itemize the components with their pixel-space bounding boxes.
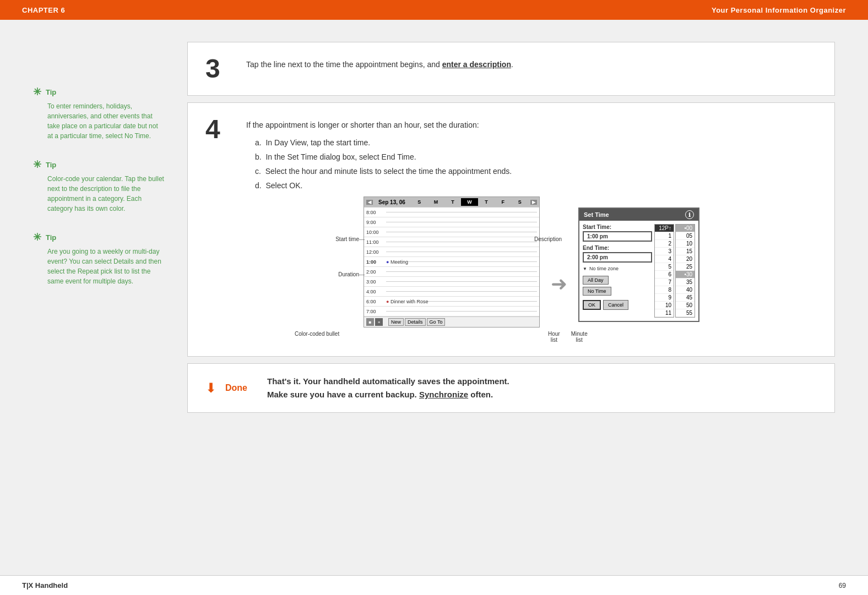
step-3-content: Tap the line next to the time the appoin…: [246, 56, 817, 78]
cal-day-f: F: [495, 198, 511, 206]
time-label-12: 12:00: [366, 249, 386, 255]
tip-block-1: ✳ Tip To enter reminders, holidays, anni…: [33, 86, 165, 141]
cal-toolbar: ■ ≡ New Details Go To: [364, 316, 539, 327]
dialog-info-icon[interactable]: ℹ: [685, 210, 694, 219]
step-4-content: If the appointment is longer or shorter …: [246, 116, 817, 343]
min-35[interactable]: 35: [676, 279, 695, 286]
tip-label-3: Tip: [46, 233, 56, 242]
bottom-labels: Color-coded bullet Hour list Minute list: [246, 331, 817, 343]
end-time-value[interactable]: 2:00 pm: [583, 252, 652, 263]
hour-2[interactable]: 2: [655, 240, 674, 248]
hour-12p[interactable]: 12P↑: [655, 225, 674, 232]
start-time-value[interactable]: 1:00 pm: [583, 231, 652, 242]
time-label-10: 10:00: [366, 230, 386, 235]
brand-tx: T|X: [22, 581, 33, 589]
cal-header: ◀ Sep 13, 06 S M T W T F: [364, 197, 539, 207]
step-4b: b. In the Set Time dialog box, select En…: [246, 152, 817, 161]
hour-6[interactable]: 6: [655, 271, 674, 279]
timezone-label: No time zone: [589, 266, 619, 271]
min-30[interactable]: •30: [676, 271, 695, 279]
cancel-button[interactable]: Cancel: [603, 300, 628, 310]
min-55[interactable]: 55: [676, 309, 695, 317]
hour-3[interactable]: 3: [655, 248, 674, 255]
min-45[interactable]: 45: [676, 294, 695, 302]
hour-10[interactable]: 10: [655, 302, 674, 309]
tip-text-1: To enter reminders, holidays, anniversar…: [33, 101, 165, 141]
tip-block-3: ✳ Tip Are you going to a weekly or multi…: [33, 231, 165, 286]
cal-date-label: Sep 13, 06: [375, 199, 409, 206]
dialog-time-columns: 12P↑ 1 2 3 4 5 6 7: [654, 224, 695, 318]
cal-icon-2: ≡: [375, 318, 383, 326]
page-number: 69: [839, 582, 846, 589]
start-time-label: Start Time:: [583, 224, 652, 230]
step-4d-text: Select OK.: [265, 181, 302, 190]
step-4a-text: In Day View, tap the start time.: [265, 138, 370, 147]
tip-text-2: Color-code your calendar. Tap the bullet…: [33, 174, 165, 214]
step-3-text: Tap the line next to the time the appoin…: [246, 60, 442, 69]
new-button[interactable]: New: [388, 318, 404, 326]
min-50[interactable]: 50: [676, 302, 695, 309]
min-25[interactable]: 25: [676, 263, 695, 271]
step-4c: c. Select the hour and minute lists to s…: [246, 167, 817, 176]
hour-1[interactable]: 1: [655, 232, 674, 240]
done-synchronize-link[interactable]: Synchronize: [419, 390, 468, 399]
cal-prev-icon[interactable]: ◀: [366, 200, 373, 205]
hour-11[interactable]: 11: [655, 309, 674, 317]
dialog-body: Start Time: 1:00 pm End Time: 2:00 pm ▼ …: [579, 221, 698, 321]
cal-day-m: M: [427, 198, 444, 206]
hour-4[interactable]: 4: [655, 255, 674, 263]
annotation-description: Description: [534, 236, 562, 242]
time-label-8: 8:00: [366, 210, 386, 215]
cal-day-s2: S: [512, 198, 528, 206]
cal-day-s1: S: [411, 198, 427, 206]
tip-star-icon-1: ✳: [33, 86, 41, 98]
page-header: CHAPTER 6 Your Personal Information Orga…: [0, 0, 868, 20]
min-20[interactable]: 20: [676, 255, 695, 263]
done-text-often: often.: [468, 390, 493, 399]
step-4-intro: If the appointment is longer or shorter …: [246, 121, 817, 129]
time-slot-11: 11:00: [364, 237, 539, 247]
minute-list-label: Minute list: [571, 331, 588, 343]
min-40[interactable]: 40: [676, 286, 695, 294]
ok-button[interactable]: OK: [583, 300, 601, 310]
step-3-box: 3 Tap the line next to the time the appo…: [187, 42, 835, 96]
page-footer: T|X Handheld 69: [0, 575, 868, 595]
step-4c-text: Select the hour and minute lists to sele…: [265, 167, 512, 176]
time-slot-3: 3:00: [364, 277, 539, 287]
step-4a-label: a.: [255, 138, 264, 147]
tip-star-icon-2: ✳: [33, 159, 41, 171]
hour-9[interactable]: 9: [655, 294, 674, 302]
content-area: 3 Tap the line next to the time the appo…: [187, 42, 835, 537]
min-05[interactable]: 05: [676, 232, 695, 240]
dialog-header: Set Time ℹ: [579, 209, 698, 221]
min-00[interactable]: •00: [676, 225, 695, 232]
cal-day-w[interactable]: W: [461, 198, 478, 206]
sidebar: ✳ Tip To enter reminders, holidays, anni…: [33, 42, 165, 537]
all-day-button[interactable]: All Day: [583, 276, 609, 285]
hour-5[interactable]: 5: [655, 263, 674, 271]
time-slot-area: 8:00 9:00 10:00 11:00 12:00 1:00 ●: [364, 207, 539, 316]
cal-icon-1: ■: [366, 318, 374, 326]
min-10[interactable]: 10: [676, 240, 695, 248]
time-label-7: 7:00: [366, 309, 386, 314]
hour-7[interactable]: 7: [655, 279, 674, 286]
chapter-label: CHAPTER 6: [22, 6, 65, 14]
cal-next-icon[interactable]: ▶: [530, 200, 537, 205]
tip-label-2: Tip: [46, 161, 56, 169]
end-time-label: End Time:: [583, 245, 652, 251]
time-label-11: 11:00: [366, 239, 386, 245]
event-text-dinner: Dinner with Rose: [389, 299, 428, 304]
no-time-button[interactable]: No Time: [583, 287, 611, 296]
step-4b-text: In the Set Time dialog box, select End T…: [265, 152, 416, 161]
time-slot-7: 7:00: [364, 307, 539, 316]
tip-header-3: ✳ Tip: [33, 231, 165, 243]
hour-8[interactable]: 8: [655, 286, 674, 294]
dialog-actions-2: No Time: [583, 287, 652, 296]
time-slot-8: 8:00: [364, 208, 539, 217]
timezone-arrow-icon: ▼: [583, 266, 587, 271]
go-to-button[interactable]: Go To: [427, 318, 446, 326]
step-4a: a. In Day View, tap the start time.: [246, 138, 817, 147]
step-3-link[interactable]: enter a description: [442, 60, 511, 69]
details-button[interactable]: Details: [405, 318, 426, 326]
min-15[interactable]: 15: [676, 248, 695, 255]
